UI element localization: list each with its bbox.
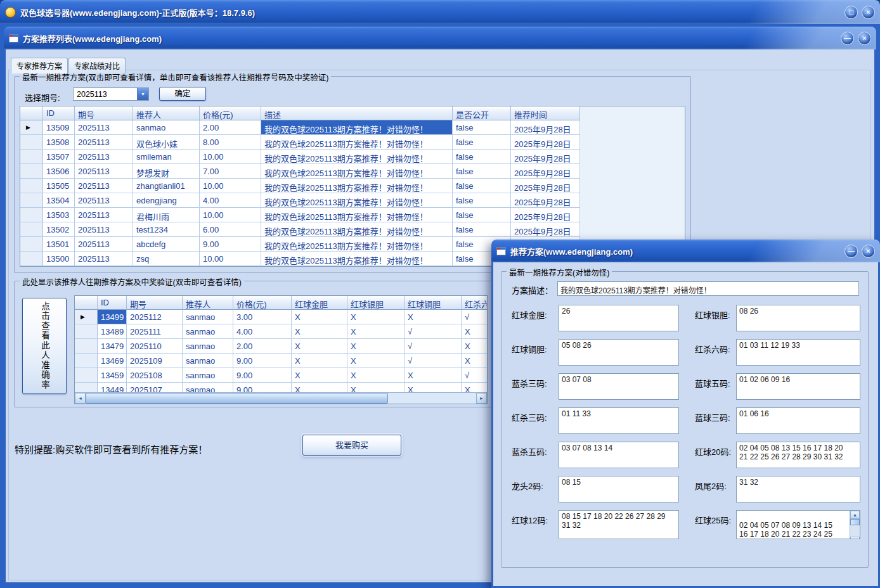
table-cell[interactable]: 我的双色球2025113期方案推荐！对错勿怪！ [261, 193, 453, 208]
table-cell[interactable]: 7.00 [200, 164, 261, 179]
table-cell[interactable]: sanmao [183, 339, 233, 354]
table-cell[interactable]: false [453, 208, 511, 222]
table-cell[interactable]: X [292, 339, 347, 354]
table-cell[interactable]: 2025108 [127, 368, 183, 383]
table-cell[interactable]: sanmao [183, 324, 233, 339]
field-box[interactable]: 03 07 08 13 14 [559, 442, 679, 468]
table-cell[interactable]: zhangtianli01 [133, 179, 200, 193]
row-selector[interactable] [20, 252, 43, 266]
table-cell[interactable]: 我的双色球2025113期方案推荐！对错勿怪！ [261, 222, 453, 237]
table-cell[interactable]: 10.00 [200, 252, 261, 266]
table-cell[interactable]: 8.00 [200, 135, 261, 150]
table-row[interactable]: 134892025111sanmao4.00XX√X [75, 324, 488, 339]
column-header[interactable]: 红球铜胆 [404, 296, 462, 310]
table-cell[interactable]: 2025113 [75, 135, 133, 150]
table-cell[interactable]: false [453, 179, 511, 193]
table-cell[interactable]: 我的双色球2025113期方案推荐！对错勿怪！ [261, 150, 453, 164]
table-cell[interactable]: 2025113 [75, 222, 133, 237]
table-row[interactable]: 134792025110sanmao2.00XX√X [75, 339, 488, 354]
period-combobox[interactable]: 2025113 ▼ [73, 87, 149, 101]
table-cell[interactable]: 2025年9月28日 [511, 208, 580, 222]
row-selector-header[interactable] [20, 106, 43, 120]
vscrollbar-thumb[interactable] [850, 519, 860, 525]
close-icon[interactable]: × [862, 6, 875, 19]
table-cell[interactable]: 我的双色球2025113期方案推荐！对错勿怪！ [261, 164, 453, 179]
close-icon[interactable]: × [862, 245, 875, 258]
table-cell[interactable]: 4.00 [200, 193, 261, 208]
table-cell[interactable]: 9.00 [233, 354, 292, 368]
field-box-scrollable[interactable]: 02 04 05 07 08 09 13 14 15 16 17 18 20 2… [736, 510, 860, 539]
table-cell[interactable]: 2025113 [75, 208, 133, 222]
table-cell[interactable]: X [292, 354, 347, 368]
table-cell[interactable]: X [292, 324, 347, 339]
table-cell[interactable]: X [347, 310, 404, 324]
table-row[interactable]: ▶134992025112sanmao3.00XXX√ [75, 310, 488, 324]
table-cell[interactable]: abcdefg [133, 237, 200, 252]
field-box[interactable]: 01 03 11 12 19 33 [736, 339, 860, 366]
maximize-icon[interactable]: □ [844, 6, 858, 19]
table-cell[interactable]: X [292, 368, 347, 383]
row-selector[interactable] [75, 368, 98, 383]
column-header[interactable]: 期号 [75, 106, 133, 120]
confirm-button[interactable]: 确定 [159, 87, 206, 101]
field-box[interactable]: 01 02 06 09 16 [736, 373, 860, 400]
table-cell[interactable]: 13508 [43, 135, 75, 150]
table-cell[interactable]: 2025年9月28日 [511, 135, 580, 150]
table-cell[interactable]: 13504 [43, 193, 75, 208]
table-cell[interactable]: 2025110 [127, 339, 183, 354]
row-selector[interactable] [20, 237, 43, 252]
table-cell[interactable]: 4.00 [233, 324, 292, 339]
vertical-scrollbar[interactable]: ▲ ▼ [850, 511, 860, 539]
history-grid[interactable]: ◄ ► ID期号推荐人价格(元)红球金胆红球银胆红球铜胆红杀六码▶1349920… [74, 295, 488, 404]
table-cell[interactable]: 13509 [43, 120, 75, 135]
table-cell[interactable]: 2025年9月28日 [511, 222, 580, 237]
table-cell[interactable]: X [404, 310, 462, 324]
table-cell[interactable]: 2025113 [75, 164, 133, 179]
table-cell[interactable]: 2.00 [200, 120, 261, 135]
table-cell[interactable]: false [453, 150, 511, 164]
table-cell[interactable]: false [453, 193, 511, 208]
table-cell[interactable]: 我的双色球2025113期方案推荐！对错勿怪！ [261, 237, 453, 252]
row-selector[interactable] [20, 150, 43, 164]
table-cell[interactable]: 2025112 [127, 310, 183, 324]
table-cell[interactable]: zsq [133, 252, 200, 266]
horizontal-scrollbar[interactable]: ◄ ► [75, 392, 487, 404]
table-cell[interactable]: 13469 [98, 354, 127, 368]
row-selector-header[interactable] [75, 296, 98, 310]
field-box[interactable]: 03 07 08 [559, 373, 679, 400]
table-cell[interactable]: edengjiang [133, 193, 200, 208]
column-header[interactable]: 描述 [261, 106, 453, 120]
table-cell[interactable]: 我的双色球2025113期方案推荐！对错勿怪！ [261, 208, 453, 222]
hscrollbar-track[interactable] [86, 393, 476, 404]
table-row[interactable]: ▶135092025113sanmao2.00我的双色球2025113期方案推荐… [20, 120, 580, 135]
row-selector[interactable] [20, 193, 43, 208]
column-header[interactable]: 推荐人 [183, 296, 233, 310]
table-cell[interactable]: 13507 [43, 150, 75, 164]
table-cell[interactable]: 9.00 [200, 237, 261, 252]
table-cell[interactable]: √ [462, 368, 488, 383]
table-cell[interactable]: sanmao [183, 354, 233, 368]
vscrollbar-track[interactable] [850, 519, 860, 537]
column-header[interactable]: 价格(元) [200, 106, 261, 120]
row-selector[interactable] [75, 324, 98, 339]
row-selector[interactable] [20, 208, 43, 222]
table-cell[interactable]: 2025113 [75, 252, 133, 266]
table-cell[interactable]: 13506 [43, 164, 75, 179]
column-header[interactable]: 推荐时间 [511, 106, 580, 120]
field-box[interactable]: 08 15 17 18 20 22 26 27 28 29 31 32 [559, 510, 679, 539]
table-cell[interactable]: X [292, 310, 347, 324]
table-cell[interactable]: test1234 [133, 222, 200, 237]
table-cell[interactable]: sanmao [183, 368, 233, 383]
table-cell[interactable]: 6.00 [200, 222, 261, 237]
minimize-icon[interactable]: — [844, 245, 858, 258]
table-cell[interactable]: X [347, 324, 404, 339]
table-cell[interactable]: X [462, 354, 488, 368]
table-cell[interactable]: 2.00 [233, 339, 292, 354]
table-cell[interactable]: false [453, 222, 511, 237]
table-cell[interactable]: false [453, 164, 511, 179]
table-row[interactable]: 135032025113君梅川雨10.00我的双色球2025113期方案推荐！对… [20, 208, 580, 222]
main-titlebar[interactable]: 双色球选号器(www.edengjiang.com)-正式版(版本号：18.7.… [0, 0, 880, 24]
table-cell[interactable]: 双色球小妹 [133, 135, 200, 150]
minimize-icon[interactable]: — [841, 32, 854, 45]
table-cell[interactable]: 2025109 [127, 354, 183, 368]
